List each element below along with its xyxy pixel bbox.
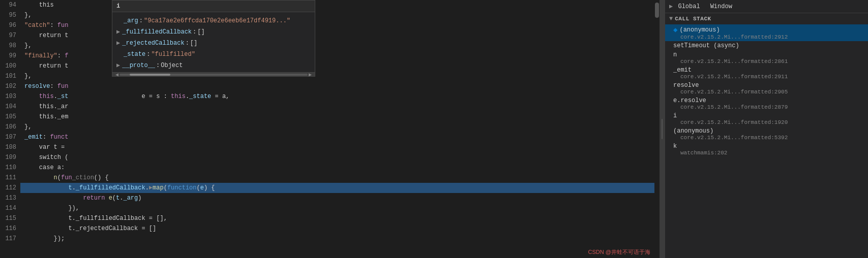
scroll-left-icon[interactable]: ◀ xyxy=(114,72,119,78)
line-number: 111 xyxy=(0,173,20,183)
tooltip-key: __proto__ xyxy=(122,60,155,71)
variable-tooltip: i _arg:"9ca17ae2e6ffcda170e2e6eeb6e17df4… xyxy=(112,0,315,77)
expand-icon[interactable]: ▶ xyxy=(116,60,120,71)
line-number: 95 xyxy=(0,10,20,20)
tooltip-body: _arg:"9ca17ae2e6ffcda170e2e6eeb6e17df491… xyxy=(112,12,315,72)
line-number: 103 xyxy=(0,91,20,102)
code-line: 99"finally": f xyxy=(0,51,654,61)
expand-icon: ▶ xyxy=(669,3,673,10)
fn-label: (anonymous) xyxy=(673,127,713,135)
line-content: }, xyxy=(20,71,32,81)
fn-label: k xyxy=(673,143,677,150)
tooltip-row[interactable]: _state:"fullfilled" xyxy=(112,48,315,59)
callstack-item[interactable]: setTimeout (async) xyxy=(665,41,868,50)
code-line: 97 return t xyxy=(0,30,654,41)
line-content: }, xyxy=(20,41,32,51)
callstack-item[interactable]: (anonymous)core.v2.15.2.Mi...formatted:5… xyxy=(665,126,868,142)
line-number: 97 xyxy=(0,30,20,41)
line-number: 106 xyxy=(0,122,20,132)
expand-icon[interactable]: ▶ xyxy=(116,38,120,49)
tooltip-row[interactable]: ▶ _rejectedCallback:[] xyxy=(112,37,315,48)
line-content: n(fun_ction() { xyxy=(20,173,109,183)
scroll-thumb[interactable] xyxy=(130,74,170,76)
callstack-fn-name: n xyxy=(673,51,860,58)
code-line: 101}, xyxy=(0,71,654,81)
code-line: 95}, xyxy=(0,10,654,20)
panel-divider[interactable] xyxy=(660,0,665,258)
line-content: return t xyxy=(20,61,68,71)
callstack-fn-name: _emit xyxy=(673,67,860,74)
line-number: 102 xyxy=(0,81,20,91)
line-number: 113 xyxy=(0,193,20,203)
line-content: this xyxy=(20,0,54,10)
callstack-section-header[interactable]: ▼ Call Stack xyxy=(665,13,868,24)
line-content: switch ( xyxy=(20,152,68,163)
right-panel: ▶ Global Window ▼ Call Stack ◆ (anonymou… xyxy=(665,0,868,258)
code-line: 94 this xyxy=(0,0,654,10)
code-line: 100 return t xyxy=(0,61,654,71)
line-number: 100 xyxy=(0,61,20,71)
expand-icon[interactable]: ▶ xyxy=(116,26,120,38)
tooltip-key: _arg xyxy=(124,15,138,26)
tooltip-row[interactable]: _arg:"9ca17ae2e6ffcda170e2e6eeb6e17df491… xyxy=(112,14,315,25)
global-window-bar: ▶ Global Window xyxy=(665,0,868,13)
line-content: this._em xyxy=(20,112,68,122)
global-item[interactable]: ▶ Global xyxy=(669,3,700,10)
fn-label: e.resolve xyxy=(673,97,706,104)
fn-label: _emit xyxy=(673,67,692,74)
line-number: 98 xyxy=(0,41,20,51)
vertical-scrollbar[interactable] xyxy=(654,0,660,258)
tooltip-scrollbar[interactable]: ◀ ▶ xyxy=(112,72,315,76)
line-content: t._fullfilledCallback.►map(function(e) { xyxy=(20,183,215,193)
fn-label: n xyxy=(673,51,677,58)
window-label: Window xyxy=(710,3,732,10)
code-line: 109 switch ( xyxy=(0,152,654,163)
active-indicator: ◆ xyxy=(673,25,677,34)
scroll-right-icon[interactable]: ▶ xyxy=(308,72,313,78)
section-toggle-icon: ▼ xyxy=(669,15,673,22)
callstack-item[interactable]: ◆ (anonymous)core.v2.15.2.Mi...formatted… xyxy=(665,24,868,41)
line-number: 94 xyxy=(0,0,20,10)
callstack-fn-name: setTimeout (async) xyxy=(673,42,860,49)
line-content: "catch": fun xyxy=(20,20,68,30)
global-label: Global xyxy=(678,3,700,10)
callstack-item[interactable]: resolvecore.v2.15.2.Mi...formatted:2905 xyxy=(665,81,868,96)
line-number: 114 xyxy=(0,203,20,213)
line-content: t._fullfilledCallback = [], xyxy=(20,213,167,223)
code-line: 116 t._rejectedCallback = [] xyxy=(0,223,654,234)
callstack-fn-name: ◆ (anonymous) xyxy=(673,25,860,34)
line-content: t._rejectedCallback = [] xyxy=(20,223,156,234)
fn-label: resolve xyxy=(673,82,699,89)
callstack-item[interactable]: ncore.v2.15.2.Mi...formatted:2861 xyxy=(665,50,868,66)
code-line: 102resolve: fun xyxy=(0,81,654,91)
code-line: 117 }); xyxy=(0,234,654,244)
line-number: 110 xyxy=(0,163,20,173)
callstack-fn-name: e.resolve xyxy=(673,97,860,104)
code-line: 106}, xyxy=(0,122,654,132)
code-line: 110 case a: xyxy=(0,163,654,173)
callstack-item[interactable]: e.resolvecore.v2.15.2.Mi...formatted:287… xyxy=(665,96,868,111)
callstack-location: core.v2.15.2.Mi...formatted:2861 xyxy=(680,58,860,64)
callstack-item[interactable]: icore.v2.15.2.Mi...formatted:1920 xyxy=(665,111,868,126)
line-content: this._st e = s : this._state = a, xyxy=(20,91,229,102)
callstack-item[interactable]: kwatchmamis:202 xyxy=(665,142,868,157)
line-content: }); xyxy=(20,234,65,244)
line-content: }, xyxy=(20,122,32,132)
callstack-item[interactable]: _emitcore.v2.15.2.Mi...formatted:2911 xyxy=(665,66,868,81)
callstack-location: watchmamis:202 xyxy=(680,150,860,156)
code-lines: 94 this95},96"catch": fun97 return t98},… xyxy=(0,0,654,244)
line-number: 108 xyxy=(0,142,20,152)
tooltip-row[interactable]: ▶ _fullfilledCallback:[] xyxy=(112,25,315,37)
callstack-title: Call Stack xyxy=(675,16,711,22)
tooltip-row[interactable]: ▶ __proto__:Object xyxy=(112,59,315,70)
fn-label: (anonymous) xyxy=(679,26,720,34)
tooltip-key: _fullfilledCallback xyxy=(122,26,192,38)
callstack-fn-name: k xyxy=(673,143,860,150)
code-line: 98}, xyxy=(0,41,654,51)
divider-line xyxy=(662,119,663,139)
callstack-location: core.v2.15.2.Mi...formatted:2912 xyxy=(680,34,860,40)
scrollbar-thumb[interactable] xyxy=(655,3,659,18)
scroll-track xyxy=(119,74,308,76)
code-editor: 94 this95},96"catch": fun97 return t98},… xyxy=(0,0,654,258)
watermark: CSDN @井蛙不可语于海 xyxy=(588,248,650,256)
